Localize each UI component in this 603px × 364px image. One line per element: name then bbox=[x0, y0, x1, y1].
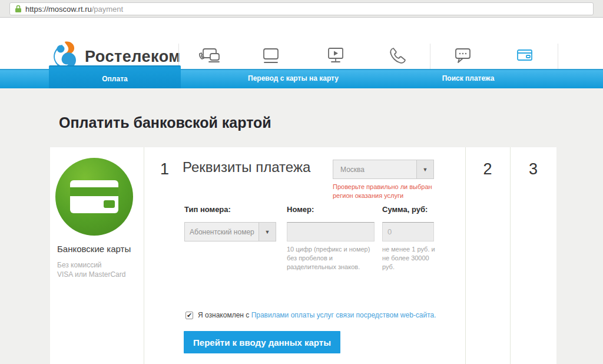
bank-card-face bbox=[70, 180, 118, 213]
url-host: https://moscow.rt.ru bbox=[25, 5, 92, 14]
logo-text: Ростелеком bbox=[85, 48, 181, 66]
bank-card-chip bbox=[104, 200, 115, 208]
number-hint: 10 цифр (префикс и номер) без пробелов и… bbox=[287, 245, 381, 272]
tab-payment[interactable]: Оплата bbox=[49, 65, 181, 88]
region-select-value: Москва bbox=[333, 166, 416, 174]
handset-icon bbox=[370, 45, 426, 67]
step-1-number: 1 bbox=[160, 160, 169, 178]
region-warning: Проверьте правильно ли выбран регион ока… bbox=[333, 183, 450, 200]
panel-divider bbox=[510, 147, 511, 364]
devices-icon bbox=[181, 45, 237, 67]
agreement-prefix: Я ознакомлен с bbox=[198, 311, 249, 319]
agreement-checkbox[interactable]: ✔ bbox=[185, 312, 193, 319]
submit-button[interactable]: Перейти к вводу данных карты bbox=[184, 331, 340, 353]
agreement-text: Я ознакомлен с Правилами оплаты услуг св… bbox=[198, 311, 436, 319]
chevron-down-icon[interactable]: ▼ bbox=[259, 223, 276, 241]
tv-icon bbox=[307, 45, 364, 67]
number-input[interactable] bbox=[287, 222, 375, 241]
method-note-2: VISA или MasterCard bbox=[57, 270, 125, 279]
amount-label: Сумма, руб: bbox=[382, 205, 428, 214]
step-3-number: 3 bbox=[510, 160, 556, 178]
lock-icon bbox=[15, 5, 22, 13]
type-label: Тип номера: bbox=[184, 205, 231, 214]
bank-card-stripe bbox=[70, 187, 118, 196]
tab-payment-search[interactable]: Поиск платежа bbox=[403, 69, 533, 88]
amount-hint: не менее 1 руб. и не более 30000 руб. bbox=[382, 245, 439, 272]
panel-divider bbox=[465, 147, 466, 364]
support-bubble-icon bbox=[435, 45, 491, 67]
site-header: Ростелеком Пакеты Интернет bbox=[0, 18, 603, 70]
browser-toolbar: https://moscow.rt.ru/payment bbox=[0, 0, 603, 18]
address-bar[interactable]: https://moscow.rt.ru/payment bbox=[9, 2, 594, 15]
method-title: Банковские карты bbox=[57, 244, 131, 254]
chevron-down-icon[interactable]: ▼ bbox=[416, 160, 433, 178]
amount-input[interactable] bbox=[382, 222, 434, 241]
url-path: /payment bbox=[92, 5, 123, 14]
number-label: Номер: bbox=[287, 205, 314, 214]
credit-card-icon bbox=[496, 45, 553, 67]
step-1-title: Реквизиты платежа bbox=[183, 159, 310, 176]
method-note-1: Без комиссий bbox=[57, 260, 102, 270]
tab-card-to-card[interactable]: Перевод с карты на карту bbox=[228, 69, 358, 88]
page-title: Оплатить банковской картой bbox=[59, 114, 271, 131]
monitor-icon bbox=[243, 45, 299, 67]
number-type-value: Абонентский номер bbox=[185, 228, 259, 236]
number-type-select[interactable]: Абонентский номер ▼ bbox=[184, 222, 276, 241]
panel-divider bbox=[144, 147, 144, 364]
region-select[interactable]: Москва ▼ bbox=[333, 160, 434, 179]
step-2-number: 2 bbox=[465, 160, 510, 178]
payment-rules-link[interactable]: Правилами оплаты услуг связи посредством… bbox=[251, 311, 436, 319]
